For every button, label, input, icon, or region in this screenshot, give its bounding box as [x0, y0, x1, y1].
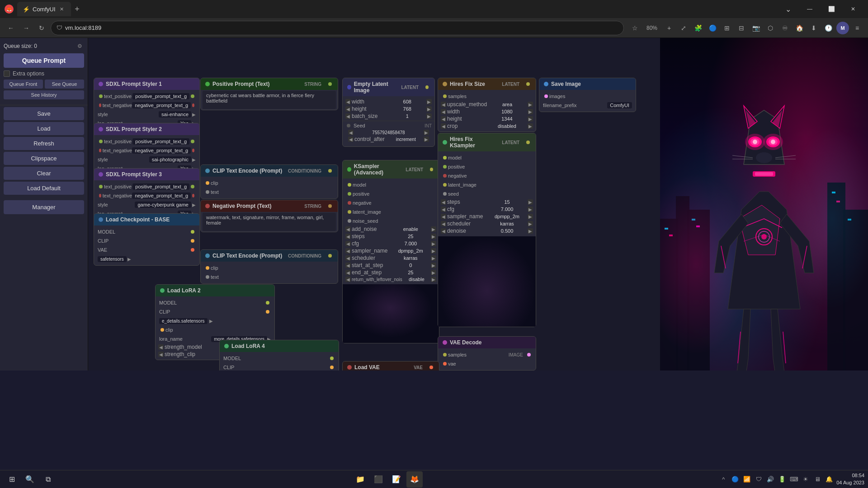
negative-prompt-text[interactable]: watermark, text, signature, mirror, fram…: [203, 213, 336, 231]
port-text-positive-out[interactable]: [99, 94, 103, 98]
see-queue-button[interactable]: See Queue: [45, 80, 84, 89]
node-sdxl2-header[interactable]: SDXL Prompt Styler 2: [94, 123, 199, 135]
steps-inc[interactable]: ▶: [431, 234, 436, 239]
height-dec[interactable]: ◀: [345, 106, 351, 112]
port-text-negative-in[interactable]: [192, 103, 194, 107]
node-hires-size-header[interactable]: Hires Fix Size LATENT: [438, 78, 536, 90]
fullscreen-icon[interactable]: ⤢: [677, 22, 690, 34]
node-lora2-header[interactable]: Load LoRA 2: [156, 285, 274, 296]
zoom-in-icon[interactable]: +: [663, 22, 675, 34]
control-dec[interactable]: ◀: [348, 136, 354, 142]
node-pos-prompt-header[interactable]: Positive Prompt (Text) STRING: [201, 78, 338, 90]
new-tab-button[interactable]: +: [71, 3, 84, 15]
port-image-out[interactable]: [527, 353, 531, 357]
forward-button[interactable]: →: [20, 22, 33, 34]
node-sdxl1-header[interactable]: SDXL Prompt Styler 1: [94, 78, 199, 90]
extensions-icon[interactable]: 🧩: [692, 22, 704, 34]
network-icon[interactable]: 📶: [742, 475, 751, 484]
port-seed-in[interactable]: [443, 192, 447, 196]
checkpoint-arrow[interactable]: ▶: [127, 257, 131, 262]
port-text-in[interactable]: [206, 275, 209, 279]
hires-width-dec[interactable]: ◀: [441, 109, 446, 114]
port-images-in[interactable]: [544, 94, 548, 98]
security-icon[interactable]: 🛡: [754, 475, 763, 484]
port-conditioning[interactable]: [328, 169, 332, 173]
sampler-dec[interactable]: ◀: [345, 248, 351, 253]
bookmarks-icon[interactable]: ⊟: [735, 22, 748, 34]
port-model-in[interactable]: [443, 156, 447, 160]
bookmark-star-icon[interactable]: ☆: [628, 22, 641, 34]
keyboard-icon[interactable]: ⌨: [789, 475, 798, 484]
port-samples-in[interactable]: [443, 353, 447, 357]
reload-button[interactable]: ↻: [35, 22, 48, 34]
screenshot-icon[interactable]: 📷: [750, 22, 762, 34]
hires-sampler-inc[interactable]: ▶: [528, 214, 533, 219]
node-sdxl3-header[interactable]: SDXL Prompt Styler 3: [94, 169, 199, 180]
port-model-in[interactable]: [348, 183, 351, 187]
hires-sampler-dec[interactable]: ◀: [441, 214, 446, 219]
search-button[interactable]: 🔍: [22, 471, 38, 488]
port-latent-in[interactable]: [348, 210, 351, 214]
minimize-button[interactable]: —: [799, 0, 820, 18]
port-clip-in[interactable]: [160, 328, 164, 332]
port-positive-in[interactable]: [348, 192, 351, 196]
port-clip-in[interactable]: [206, 266, 209, 270]
port-out[interactable]: [99, 149, 101, 152]
hires-cfg-inc[interactable]: ▶: [528, 206, 533, 212]
width-inc[interactable]: ▶: [426, 99, 432, 104]
port-model-out[interactable]: [330, 357, 334, 360]
port-latent-out[interactable]: [526, 82, 530, 86]
queue-front-button[interactable]: Queue Front: [4, 80, 43, 89]
tab-close-button[interactable]: ✕: [58, 5, 66, 13]
taskbar-clock[interactable]: 08:54 04 Aug 2023: [836, 472, 864, 486]
seed-dec[interactable]: ◀: [348, 130, 354, 135]
upscale-inc[interactable]: ▶: [528, 102, 533, 107]
port-conditioning[interactable]: [328, 254, 332, 258]
scheduler-inc[interactable]: ▶: [431, 255, 436, 261]
crop-inc[interactable]: ▶: [528, 123, 533, 129]
port-clip[interactable]: [191, 239, 194, 243]
port-in[interactable]: [191, 185, 194, 188]
hires-width-inc[interactable]: ▶: [528, 109, 533, 114]
see-history-button[interactable]: See History: [4, 90, 84, 99]
close-button[interactable]: ✕: [843, 0, 863, 18]
seed-inc[interactable]: ▶: [424, 130, 429, 135]
download-icon[interactable]: ⬇: [807, 22, 820, 34]
extra-options-checkbox[interactable]: [4, 70, 10, 77]
address-bar[interactable]: 🛡 vm.local:8189: [51, 21, 624, 35]
node-checkpoint-header[interactable]: Load Checkpoint - BASE: [94, 214, 199, 225]
hires-height-dec[interactable]: ◀: [441, 116, 446, 122]
return-dec[interactable]: ◀: [345, 277, 351, 282]
port-out[interactable]: [99, 194, 101, 197]
active-tab[interactable]: ⚡ ComfyUI ✕: [17, 2, 71, 16]
sampler-inc[interactable]: ▶: [431, 248, 436, 253]
hires-cfg-dec[interactable]: ◀: [441, 206, 446, 212]
port-clip-out[interactable]: [266, 310, 269, 314]
tray-show-hidden[interactable]: ^: [719, 475, 728, 484]
control-inc[interactable]: ▶: [424, 136, 429, 142]
sdxl3-style-arrow[interactable]: ▶: [192, 202, 196, 207]
port-vae-out[interactable]: [429, 366, 433, 369]
sdxl2-style-arrow[interactable]: ▶: [192, 157, 196, 162]
battery-icon[interactable]: 🔋: [778, 475, 787, 484]
batch-inc[interactable]: ▶: [426, 113, 432, 119]
add-noise-inc[interactable]: ▶: [431, 226, 436, 232]
node-vae-decode-header[interactable]: VAE Decode: [438, 337, 536, 348]
queue-prompt-button[interactable]: Queue Prompt: [4, 53, 84, 68]
home-icon[interactable]: 🏠: [793, 22, 806, 34]
port-in[interactable]: [191, 140, 194, 143]
cfg-inc[interactable]: ▶: [431, 241, 436, 246]
load-button[interactable]: Load: [4, 122, 84, 135]
node-hires-ksampler-header[interactable]: Hires Fix KSampler LATENT: [438, 133, 536, 151]
load-default-button[interactable]: Load Default: [4, 182, 84, 195]
port-in[interactable]: [192, 149, 194, 152]
hires-denoise-dec[interactable]: ◀: [441, 228, 446, 234]
sdxl1-style-arrow[interactable]: ▶: [192, 112, 196, 117]
strength-clip-dec[interactable]: ◀: [158, 352, 164, 357]
hires-denoise-inc[interactable]: ▶: [528, 228, 533, 234]
canvas-area[interactable]: SDXL Prompt Styler 1 text_positive posit…: [88, 38, 868, 371]
port-samples-in[interactable]: [443, 94, 447, 98]
port-model[interactable]: [191, 230, 194, 234]
tab-list-button[interactable]: ⌄: [778, 0, 798, 18]
port-vae-in[interactable]: [443, 362, 447, 366]
